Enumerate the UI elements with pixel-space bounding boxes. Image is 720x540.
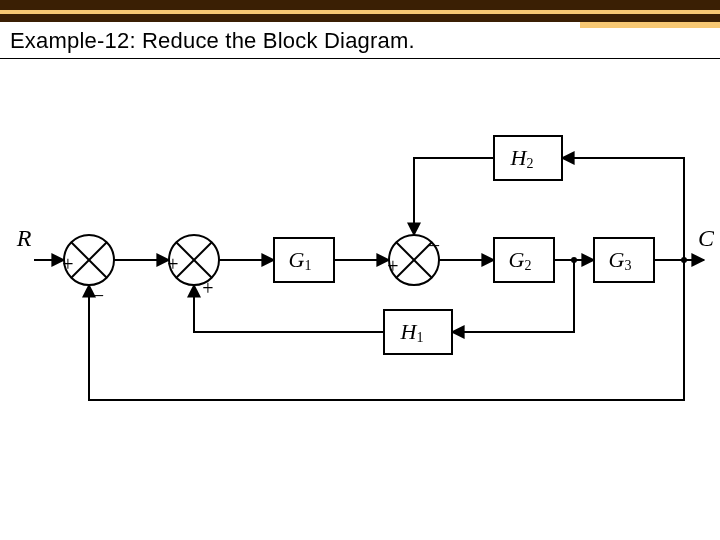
s3-plus: + [387, 255, 398, 277]
s2-plus-bottom: + [202, 277, 213, 299]
block-g3: G3 [594, 238, 654, 282]
block-diagram: R + _ + + G1 + _ G2 [0, 100, 714, 420]
s1-plus: + [62, 253, 73, 275]
block-g2: G2 [494, 238, 554, 282]
decor-bar-4 [580, 22, 720, 28]
block-g1: G1 [274, 238, 334, 282]
s1-minus: _ [92, 275, 104, 297]
decor-bar-3 [0, 14, 720, 22]
output-label: C [698, 225, 714, 251]
s3-minus: _ [428, 225, 440, 247]
s2-plus: + [167, 253, 178, 275]
block-h2: H2 [494, 136, 562, 180]
decor-bar-1 [0, 0, 720, 10]
input-label: R [16, 225, 32, 251]
block-h1: H1 [384, 310, 452, 354]
page-title: Example-12: Reduce the Block Diagram. [10, 28, 415, 54]
title-underline [0, 58, 720, 59]
